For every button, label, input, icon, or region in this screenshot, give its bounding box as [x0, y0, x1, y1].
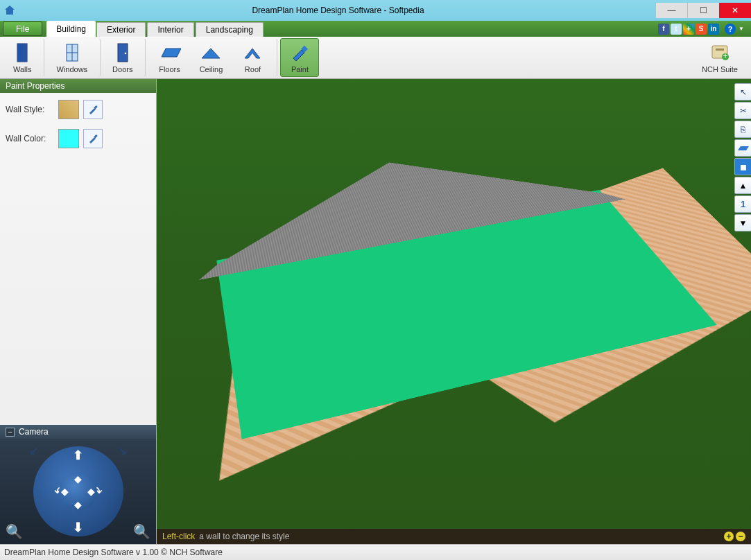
svg-marker-18	[738, 146, 749, 150]
camera-collapse-icon[interactable]: −	[6, 428, 15, 437]
doors-icon	[114, 42, 132, 63]
svg-rect-0	[8, 11, 10, 15]
tool-roof[interactable]: Roof	[232, 38, 277, 77]
svg-rect-1	[17, 44, 27, 62]
linkedin-icon[interactable]: in	[708, 24, 719, 35]
camera-navpad: ⬆ ⬇ ↶ ↷ ◆ ◆ ◆ ◆	[33, 446, 123, 536]
title-bar: DreamPlan Home Design Software - Softped…	[0, 0, 751, 21]
pan-down-button[interactable]: ⬇	[73, 520, 83, 535]
minimize-button[interactable]: —	[655, 3, 687, 18]
house-model	[216, 189, 717, 439]
scene-canvas[interactable]	[157, 79, 751, 544]
svg-marker-9	[202, 49, 220, 58]
paint-icon	[289, 43, 310, 62]
orbit-up-right-icon[interactable]: ↘	[118, 444, 127, 457]
copy-tool-button[interactable]: ⎘	[734, 121, 751, 138]
cube-tool-button[interactable]: ◼	[734, 158, 751, 175]
svg-marker-10	[245, 49, 260, 58]
select-tool-button[interactable]: ↖	[734, 83, 751, 100]
maximize-button[interactable]: ☐	[687, 3, 719, 18]
tool-floors[interactable]: Floors	[148, 38, 190, 77]
eyedropper-icon	[87, 104, 98, 115]
tool-doors[interactable]: Doors	[103, 38, 146, 77]
tool-windows[interactable]: Windows	[47, 38, 101, 77]
camera-panel: ↙ ↘ ⬆ ⬇ ↶ ↷ ◆ ◆ ◆ ◆ 🔍 🔍	[0, 439, 156, 544]
help-dropdown-icon[interactable]: ▼	[739, 26, 745, 32]
roof-icon	[241, 44, 264, 61]
app-home-icon	[4, 5, 15, 16]
floor-1-icon: 1	[741, 200, 745, 209]
wall-color-label: Wall Color:	[6, 134, 54, 143]
wall-style-label: Wall Style:	[6, 105, 54, 114]
status-bar: DreamPlan Home Design Software v 1.00 © …	[0, 544, 751, 560]
window-controls: — ☐ ✕	[655, 3, 751, 18]
floors-icon	[157, 44, 181, 61]
wall-color-picker[interactable]	[83, 129, 103, 148]
cursor-icon: ↖	[740, 87, 747, 97]
hint-zoom-out-button[interactable]: −	[736, 532, 745, 541]
3d-viewport[interactable]: ↖ ✂ ⎘ ◼ ▲ 1 ▼ Left-click a wall to chang…	[157, 79, 751, 544]
wall-style-swatch[interactable]	[58, 100, 79, 119]
camera-title-label: Camera	[19, 427, 49, 437]
hint-bar: Left-click a wall to change its style + …	[157, 529, 751, 544]
svg-rect-6	[118, 44, 128, 62]
camera-inner-pad: ◆ ◆ ◆ ◆	[59, 473, 97, 511]
floor-down-button[interactable]: ▼	[734, 214, 751, 231]
floor-1-button[interactable]: 1	[734, 195, 751, 213]
paint-properties-body: Wall Style: Wall Color:	[0, 93, 156, 165]
tool-walls[interactable]: Walls	[4, 38, 44, 77]
hint-emphasis: Left-click	[162, 532, 195, 541]
hint-text: a wall to change its style	[199, 532, 289, 541]
ceiling-icon	[199, 44, 223, 61]
floor-up-button[interactable]: ▲	[734, 177, 751, 194]
nudge-down-button[interactable]: ◆	[74, 499, 82, 510]
triangle-down-icon: ▼	[739, 218, 748, 228]
tab-exterior[interactable]: Exterior	[96, 22, 146, 37]
help-icon[interactable]: ?	[725, 24, 736, 35]
tool-ceiling[interactable]: Ceiling	[190, 38, 232, 77]
zoom-in-button[interactable]: 🔍	[133, 523, 150, 540]
file-menu[interactable]: File	[3, 21, 42, 36]
cube-icon: ◼	[740, 162, 747, 172]
copy-icon: ⎘	[741, 125, 745, 134]
orbit-up-left-icon[interactable]: ↙	[29, 444, 38, 457]
scissors-icon: ✂	[740, 106, 747, 116]
stumbleupon-icon[interactable]: S	[696, 24, 707, 35]
svg-marker-8	[162, 49, 181, 57]
main-area: Paint Properties Wall Style: Wall Color:…	[0, 79, 751, 544]
facebook-icon[interactable]: f	[658, 24, 669, 35]
tab-building[interactable]: Building	[46, 21, 96, 37]
tab-interior[interactable]: Interior	[147, 22, 193, 37]
close-button[interactable]: ✕	[719, 3, 751, 18]
nudge-left-button[interactable]: ◆	[61, 486, 69, 497]
ribbon-toolbar: Walls Windows Doors Floors Ceiling Roof …	[0, 37, 751, 79]
paint-properties-header: Paint Properties	[0, 79, 156, 93]
slab-tool-button[interactable]	[734, 139, 751, 157]
wall-color-swatch[interactable]	[58, 129, 79, 148]
triangle-up-icon: ▲	[739, 181, 748, 191]
zoom-out-button[interactable]: 🔍	[6, 523, 23, 540]
tab-landscaping[interactable]: Landscaping	[196, 22, 264, 37]
twitter-icon[interactable]: t	[671, 24, 682, 35]
hint-zoom-in-button[interactable]: +	[724, 532, 734, 541]
window-title: DreamPlan Home Design Software - Softped…	[21, 6, 655, 15]
camera-panel-header[interactable]: − Camera	[0, 425, 156, 439]
wall-style-row: Wall Style:	[6, 100, 150, 119]
menu-bar: File Building Exterior Interior Landscap…	[0, 21, 751, 37]
google-plus-icon[interactable]: +	[683, 24, 694, 35]
windows-icon	[63, 42, 81, 63]
wall-style-picker[interactable]	[83, 100, 103, 119]
social-links: f t + S in ? ▼	[658, 21, 748, 37]
nudge-right-button[interactable]: ◆	[87, 486, 95, 497]
panel-title-label: Paint Properties	[6, 81, 64, 91]
wall-color-row: Wall Color:	[6, 129, 150, 148]
properties-sidebar: Paint Properties Wall Style: Wall Color:…	[0, 79, 157, 544]
tool-paint[interactable]: Paint	[280, 38, 319, 77]
cut-tool-button[interactable]: ✂	[734, 102, 751, 119]
pan-up-button[interactable]: ⬆	[73, 448, 83, 463]
tool-nch-suite[interactable]: + NCH Suite	[693, 38, 747, 77]
svg-point-7	[124, 53, 126, 55]
svg-rect-13	[716, 49, 724, 51]
nudge-up-button[interactable]: ◆	[74, 473, 82, 484]
eyedropper-icon	[87, 133, 98, 144]
